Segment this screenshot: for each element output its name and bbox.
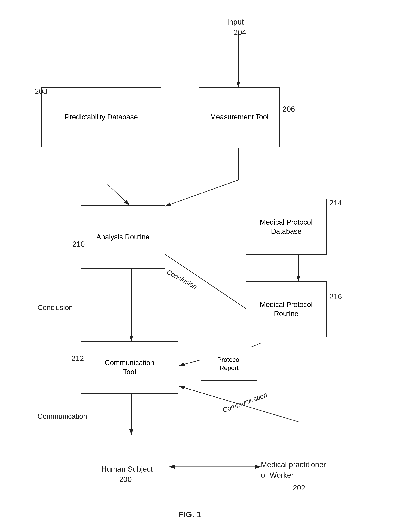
medical-protocol-routine-box: Medical Protocol Routine — [246, 281, 327, 337]
communication-label: Communication — [38, 412, 87, 420]
communication-tool-label: Communication Tool — [105, 358, 154, 377]
input-label: Input — [227, 18, 244, 26]
communication-tool-box: Communication Tool — [81, 341, 178, 394]
analysis-routine-box: Analysis Routine — [81, 205, 165, 269]
protocol-report-label: Protocol Report — [217, 355, 241, 372]
conclusion-italic-label: Conclusion — [165, 268, 198, 291]
medical-protocol-db-box: Medical Protocol Database — [246, 199, 327, 255]
analysis-num: 210 — [72, 240, 85, 248]
medical-practitioner-label: Medical practitioner or Worker — [261, 459, 326, 480]
diagram: Input 204 Measurement Tool 206 Predictab… — [0, 0, 402, 532]
predictability-db-box: Predictability Database — [41, 87, 161, 147]
communication-tool-num: 212 — [71, 354, 84, 363]
svg-line-6 — [107, 184, 130, 205]
communication-italic-label: Communication — [221, 391, 268, 414]
arrows-svg — [0, 0, 402, 532]
predictability-num: 208 — [35, 87, 47, 96]
measurement-num: 206 — [282, 105, 295, 114]
predictability-db-label: Predictability Database — [65, 113, 138, 122]
medical-practitioner-num: 202 — [293, 484, 305, 492]
conclusion-label: Conclusion — [38, 304, 73, 312]
medical-protocol-routine-num: 216 — [329, 292, 342, 301]
medical-protocol-db-label: Medical Protocol Database — [260, 218, 313, 236]
svg-line-14 — [179, 360, 201, 366]
input-num: 204 — [234, 28, 246, 37]
human-subject-label: Human Subject — [101, 465, 153, 473]
medical-protocol-db-num: 214 — [329, 199, 342, 207]
svg-line-8 — [165, 180, 238, 206]
human-subject-num: 200 — [119, 475, 132, 484]
fig-label: FIG. 1 — [178, 510, 201, 519]
medical-protocol-routine-label: Medical Protocol Routine — [260, 300, 313, 319]
protocol-report-box: Protocol Report — [201, 347, 257, 380]
analysis-routine-label: Analysis Routine — [96, 232, 149, 242]
measurement-tool-label: Measurement Tool — [210, 113, 269, 122]
measurement-tool-box: Measurement Tool — [199, 87, 280, 147]
